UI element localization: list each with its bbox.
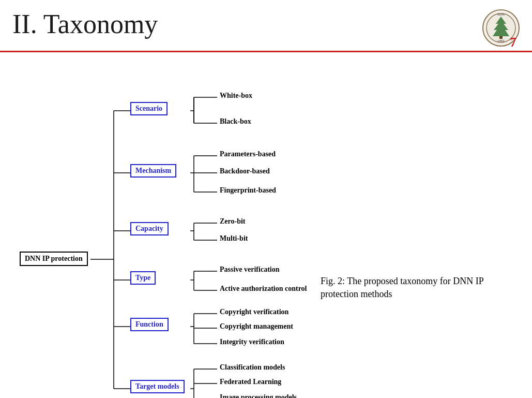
branch-function: Function [130, 318, 169, 331]
figure-caption: Fig. 2: The proposed taxonomy for DNN IP… [321, 275, 496, 301]
svg-text:1952: 1952 [497, 39, 505, 42]
leaf-parameters-based: Parameters-based [220, 150, 276, 158]
leaf-black-box: Black-box [220, 117, 251, 126]
svg-text:NUAA: NUAA [497, 13, 505, 16]
leaf-image-processing: Image processing models [220, 393, 297, 398]
leaf-copyright-verification: Copyright verification [220, 308, 288, 316]
leaf-backdoor-based: Backdoor-based [220, 167, 270, 175]
branch-scenario: Scenario [130, 102, 168, 115]
leaf-integrity-verification: Integrity verification [220, 338, 284, 346]
leaf-white-box: White-box [220, 92, 252, 100]
page-title: II. Taxonomy [12, 9, 158, 39]
branch-capacity: Capacity [130, 222, 169, 235]
leaf-active-authorization: Active authorization control [220, 285, 307, 293]
page-number: 7 [510, 35, 516, 50]
svg-rect-2 [499, 36, 503, 39]
leaf-fingerprint-based: Fingerprint-based [220, 186, 276, 195]
leaf-zero-bit: Zero-bit [220, 217, 246, 226]
main-content: DNN IP protection Scenario Mechanism Cap… [0, 52, 532, 57]
root-node: DNN IP protection [20, 252, 88, 266]
branch-type: Type [130, 271, 156, 285]
tree-lines [10, 60, 362, 398]
leaf-classification-models: Classification models [220, 363, 285, 372]
leaf-federated-learning: Federated Learning [220, 378, 281, 386]
branch-target-models: Target models [130, 380, 185, 393]
leaf-copyright-management: Copyright management [220, 322, 293, 331]
header: II. Taxonomy 1952 NUAA [0, 0, 532, 47]
branch-mechanism: Mechanism [130, 164, 176, 178]
leaf-multi-bit: Multi-bit [220, 234, 248, 243]
leaf-passive-verification: Passive verification [220, 266, 279, 274]
